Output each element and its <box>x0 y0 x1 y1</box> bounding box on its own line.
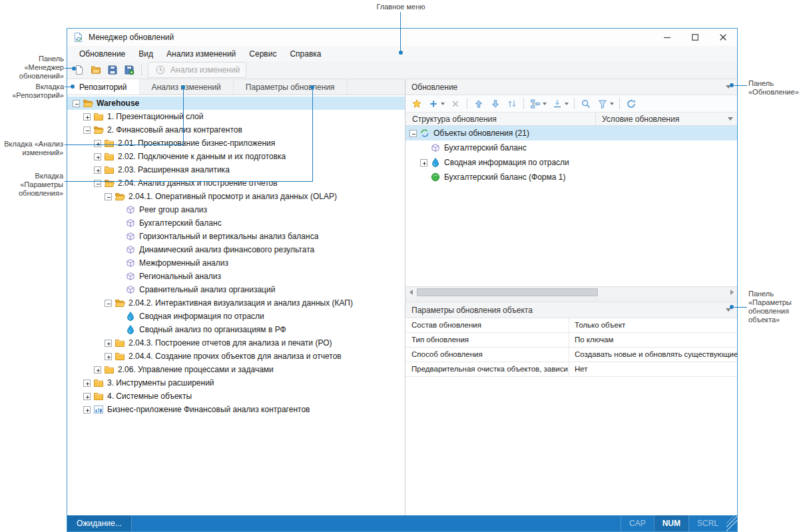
tree-row[interactable]: Сводная информация по отрасли <box>67 310 405 323</box>
scroll-left-button[interactable] <box>405 287 416 298</box>
update-row[interactable]: Бухгалтерский баланс <box>405 140 737 155</box>
tree-row[interactable]: Сводный анализ по организациям в РФ <box>67 323 405 336</box>
param-row[interactable]: Предварительная очистка объектов, зависи… <box>405 362 737 377</box>
tree-row[interactable]: 3. Инструменты расширений <box>67 376 405 390</box>
expander-minus-icon[interactable] <box>105 300 112 307</box>
search-icon[interactable] <box>579 98 593 110</box>
save-repository-icon[interactable] <box>123 64 135 76</box>
tree-row[interactable]: 1. Презентационный слой <box>67 110 405 123</box>
expander-plus-icon[interactable] <box>94 166 101 174</box>
open-icon[interactable] <box>90 64 102 76</box>
save-icon[interactable] <box>107 64 119 76</box>
tree-row[interactable]: 2.06. Управление процессами и задачами <box>67 363 405 376</box>
param-name: Способ обновления <box>405 348 569 362</box>
scroll-right-button[interactable] <box>726 287 737 298</box>
expander-plus-icon[interactable] <box>105 353 112 360</box>
minimize-button[interactable] <box>653 29 681 46</box>
delete-icon[interactable] <box>449 98 462 110</box>
dropdown-arrow-icon[interactable] <box>565 103 569 105</box>
param-row[interactable]: Способ обновленияСоздавать новые и обнов… <box>405 348 737 362</box>
tree-row[interactable]: Динамический анализ финансового результа… <box>67 243 405 256</box>
scrollbar-track[interactable] <box>416 287 726 297</box>
chevron-down-icon[interactable] <box>728 117 733 121</box>
update-objects-list: Объекты обновления (21)Бухгалтерский бал… <box>405 126 737 286</box>
title-bar[interactable]: Менеджер обновлений <box>67 29 737 46</box>
insert-level-icon[interactable] <box>551 98 569 110</box>
panel-splitter[interactable] <box>405 297 737 302</box>
column-condition[interactable]: Условие обновления <box>595 113 728 125</box>
maximize-button[interactable] <box>681 29 709 46</box>
expander-minus-icon[interactable] <box>409 130 417 137</box>
tree-row[interactable]: Peer group анализ <box>67 203 405 216</box>
expander-plus-icon[interactable] <box>83 380 91 387</box>
expander-plus-icon[interactable] <box>83 113 91 121</box>
menu-item[interactable]: Справка <box>283 46 328 61</box>
param-value[interactable]: Создавать новые и обновлять существующие <box>569 348 737 362</box>
tree-row[interactable]: Бизнес-приложение Финансовый анализ конт… <box>67 403 405 416</box>
scrollbar-thumb[interactable] <box>417 288 598 296</box>
menu-item[interactable]: Анализ изменений <box>160 46 242 61</box>
tree-row[interactable]: 2.04.3. Построение отчетов для анализа и… <box>67 336 405 350</box>
column-structure[interactable]: Структура обновления <box>405 115 595 124</box>
expander-minus-icon[interactable] <box>73 100 80 107</box>
expander-plus-icon[interactable] <box>420 159 427 166</box>
horizontal-scrollbar[interactable] <box>405 286 737 297</box>
tree-row[interactable]: Региональный анализ <box>67 270 405 283</box>
dropdown-arrow-icon[interactable] <box>441 103 445 105</box>
tab[interactable]: Анализ изменений <box>140 79 234 95</box>
menu-item[interactable]: Сервис <box>242 46 283 61</box>
expander-plus-icon[interactable] <box>94 153 101 160</box>
expander-plus-icon[interactable] <box>83 393 91 400</box>
update-panel: Обновление Структура обновления Условие … <box>405 79 737 515</box>
tree-row[interactable]: 2.02. Подключение к данным и их подготов… <box>67 150 405 163</box>
dropdown-arrow-icon[interactable] <box>610 103 614 105</box>
chevron-down-icon[interactable] <box>726 308 731 312</box>
expander-plus-icon[interactable] <box>94 366 101 374</box>
tree-row[interactable]: Warehouse <box>67 97 405 110</box>
tree-row[interactable]: 2.04.1. Оперативный просмотр и анализ да… <box>67 190 405 203</box>
expander-plus-icon[interactable] <box>105 340 112 347</box>
tree-row[interactable]: Бухгалтерский баланс <box>67 216 405 230</box>
tree-row[interactable]: Межформенный анализ <box>67 256 405 270</box>
move-down-icon[interactable] <box>489 98 502 110</box>
update-row[interactable]: Объекты обновления (21) <box>405 126 737 140</box>
menu-item[interactable]: Обновление <box>73 46 132 61</box>
update-row[interactable]: Бухгалтерский баланс (Форма 1) <box>405 170 737 184</box>
menu-item[interactable]: Вид <box>132 46 160 61</box>
param-value[interactable]: Нет <box>569 362 737 376</box>
tree-row[interactable]: 2.01. Проектирование бизнес-приложения <box>67 136 405 150</box>
param-value[interactable]: По ключам <box>569 333 737 347</box>
new-object-icon[interactable] <box>410 98 423 110</box>
add-icon[interactable] <box>427 98 445 110</box>
tab[interactable]: Параметры обновления <box>234 79 348 95</box>
tree-label: 2.06. Управление процессами и задачами <box>118 365 274 374</box>
tree-row[interactable]: 2. Финансовый анализ контрагентов <box>67 123 405 136</box>
tree-row[interactable]: 2.03. Расширенная аналитика <box>67 163 405 176</box>
expander-plus-icon[interactable] <box>83 406 91 413</box>
update-row[interactable]: Сводная информация по отрасли <box>405 155 737 170</box>
tree-row[interactable]: Горизонтальный и вертикальны анализ бала… <box>67 230 405 243</box>
param-row[interactable]: Состав обновленияТолько объект <box>405 318 737 333</box>
tree-row[interactable]: 4. Системные объекты <box>67 390 405 403</box>
hierarchy-icon[interactable] <box>529 98 547 110</box>
tab[interactable]: Репозиторий <box>67 79 140 95</box>
tree-row[interactable]: 2.04.2. Интерактивная визуализация и ана… <box>67 296 405 310</box>
analysis-changes-button[interactable]: Анализ изменений <box>148 62 246 78</box>
tree-row[interactable]: 2.04. Анализ данных и построение отчетов <box>67 176 405 190</box>
sort-icon[interactable] <box>505 98 519 110</box>
dropdown-arrow-icon[interactable] <box>543 103 547 105</box>
annotation-dot <box>71 85 75 89</box>
refresh-icon[interactable] <box>625 98 638 110</box>
resize-grip[interactable] <box>726 515 737 531</box>
expander-plus-icon[interactable] <box>94 140 101 147</box>
move-up-icon[interactable] <box>472 98 485 110</box>
filter-icon[interactable] <box>596 98 615 110</box>
tree-row[interactable]: 2.04.4. Создание прочих объектов для ана… <box>67 350 405 363</box>
tree-row[interactable]: Сравнительный анализ организаций <box>67 283 405 296</box>
update-column-headers: Структура обновления Условие обновления <box>405 113 737 126</box>
param-value[interactable]: Только объект <box>569 318 737 332</box>
expander-minus-icon[interactable] <box>83 127 91 134</box>
close-button[interactable] <box>709 29 737 46</box>
param-row[interactable]: Тип обновленияПо ключам <box>405 333 737 348</box>
expander-minus-icon[interactable] <box>105 193 112 200</box>
